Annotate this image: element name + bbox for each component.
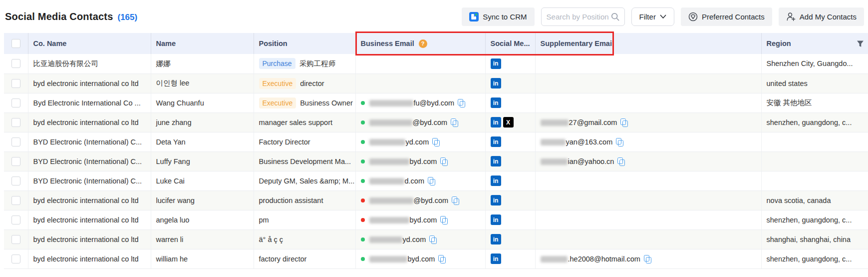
cell-business-email: yd.com xyxy=(355,132,485,152)
linkedin-icon[interactable]: in xyxy=(491,214,501,225)
cell-checkbox xyxy=(4,112,28,132)
email-status-dot xyxy=(361,140,365,144)
redacted-email-prefix xyxy=(541,120,569,126)
column-header-business-email: Business Email ? xyxy=(355,33,485,54)
select-all-checkbox[interactable] xyxy=(11,39,20,48)
row-checkbox[interactable] xyxy=(11,235,20,244)
row-checkbox[interactable] xyxy=(11,176,20,186)
row-checkbox[interactable] xyxy=(11,254,20,264)
redacted-email-prefix xyxy=(369,120,412,126)
email-suffix: byd.com xyxy=(410,158,437,166)
x-twitter-icon[interactable]: X xyxy=(503,117,514,128)
copy-icon[interactable] xyxy=(440,158,448,166)
row-checkbox[interactable] xyxy=(11,216,20,224)
cell-company: byd electronic international co ltd xyxy=(28,230,151,249)
copy-icon[interactable] xyxy=(616,138,623,146)
row-checkbox[interactable] xyxy=(11,196,20,205)
cell-position: manager sales support xyxy=(254,112,355,132)
title-wrap: Social Media Contacts (165) xyxy=(5,11,137,22)
cell-position: Purchase采购工程师 xyxy=(254,54,355,74)
email-suffix: .he2008@hotmail.com xyxy=(568,255,640,263)
linkedin-icon[interactable]: in xyxy=(491,98,501,108)
linkedin-icon[interactable]: in xyxy=(491,156,501,166)
copy-icon[interactable] xyxy=(428,177,435,185)
email-suffix: byd.com xyxy=(410,216,437,224)
table-row: byd electronic international co ltdlucif… xyxy=(4,190,868,210)
cell-checkbox xyxy=(4,74,28,93)
copy-icon[interactable] xyxy=(451,118,458,126)
search-input[interactable] xyxy=(547,12,611,21)
cell-region: Shenzhen City, Guangdo... xyxy=(761,54,868,74)
cell-name: 娜娜 xyxy=(151,54,254,74)
email-suffix: byd.com xyxy=(408,255,435,263)
redacted-email-prefix xyxy=(369,217,409,224)
copy-icon[interactable] xyxy=(458,99,465,107)
add-my-contacts-button[interactable]: Add My Contacts xyxy=(779,8,864,26)
cell-supplementary-email: yan@163.com xyxy=(535,132,761,152)
linkedin-icon[interactable]: in xyxy=(491,176,501,186)
row-checkbox[interactable] xyxy=(11,98,20,108)
copy-icon[interactable] xyxy=(440,216,448,224)
region-filter-icon[interactable] xyxy=(857,40,864,48)
linkedin-icon[interactable]: in xyxy=(491,195,501,206)
table-row: byd electronic international co ltdwarre… xyxy=(4,230,868,249)
help-icon[interactable]: ? xyxy=(419,40,427,48)
email-status-dot xyxy=(361,198,365,202)
cell-business-email: yd.com xyxy=(355,230,485,249)
cell-company: BYD Electronic (International) C... xyxy=(28,132,151,152)
position-text: pm xyxy=(259,216,269,224)
cell-checkbox xyxy=(4,132,28,152)
redacted-email-prefix xyxy=(369,100,413,106)
cell-checkbox xyxy=(4,93,28,112)
linkedin-icon[interactable]: in xyxy=(491,234,501,244)
email-suffix: @byd.com xyxy=(414,196,449,204)
copy-icon[interactable] xyxy=(432,138,440,146)
cell-checkbox xyxy=(4,210,28,230)
copy-icon[interactable] xyxy=(644,255,651,263)
linkedin-icon[interactable]: in xyxy=(491,78,501,88)
top-bar: Social Media Contacts (165) Sync to CRM … xyxy=(0,0,868,33)
copy-icon[interactable] xyxy=(620,118,628,126)
cell-region: shanghai, shanghai, china xyxy=(761,230,868,249)
cell-supplementary-email xyxy=(535,171,761,190)
cell-name: warren li xyxy=(151,230,254,249)
email-suffix: yan@163.com xyxy=(566,138,613,146)
row-checkbox[interactable] xyxy=(11,79,20,88)
cell-social-media: in xyxy=(485,190,535,210)
cell-position: Deputy GM, Sales &amp; M... xyxy=(254,171,355,190)
row-checkbox[interactable] xyxy=(11,118,20,127)
cell-supplementary-email: 27@gmail.com xyxy=(535,112,761,132)
cell-position: Executivedirector xyxy=(254,74,355,93)
row-checkbox[interactable] xyxy=(11,157,20,166)
cell-region: nova scotia, canada xyxy=(761,190,868,210)
cell-supplementary-email xyxy=(535,74,761,93)
toolbar: Sync to CRM Filter Preferred Contacts xyxy=(462,8,864,26)
position-text: factory director xyxy=(259,255,307,263)
linkedin-icon[interactable]: in xyxy=(491,58,501,69)
linkedin-icon[interactable]: in xyxy=(491,254,501,264)
row-checkbox[interactable] xyxy=(11,138,20,146)
search-icon[interactable] xyxy=(611,12,619,21)
redacted-email-prefix xyxy=(369,256,407,262)
cell-company: byd electronic international co ltd xyxy=(28,190,151,210)
redacted-email-prefix xyxy=(541,158,568,165)
search-box[interactable] xyxy=(541,8,625,26)
linkedin-icon[interactable]: in xyxy=(491,136,501,147)
linkedin-icon[interactable]: in xyxy=(491,117,501,128)
cell-business-email xyxy=(355,74,485,93)
position-text: 采购工程师 xyxy=(299,60,336,68)
preferred-gem-icon xyxy=(688,12,698,22)
copy-icon[interactable] xyxy=(452,196,459,204)
cell-business-email: fu@byd.com xyxy=(355,93,485,112)
filter-button[interactable]: Filter xyxy=(631,8,674,26)
copy-icon[interactable] xyxy=(429,236,437,244)
preferred-contacts-button[interactable]: Preferred Contacts xyxy=(681,8,772,26)
sync-to-crm-button[interactable]: Sync to CRM xyxy=(462,8,534,26)
position-text: director xyxy=(300,80,324,88)
cell-checkbox xyxy=(4,249,28,268)
cell-business-email: byd.com xyxy=(355,210,485,230)
copy-icon[interactable] xyxy=(617,158,625,166)
row-checkbox[interactable] xyxy=(11,59,20,68)
add-my-contacts-label: Add My Contacts xyxy=(800,12,857,21)
copy-icon[interactable] xyxy=(438,255,446,263)
